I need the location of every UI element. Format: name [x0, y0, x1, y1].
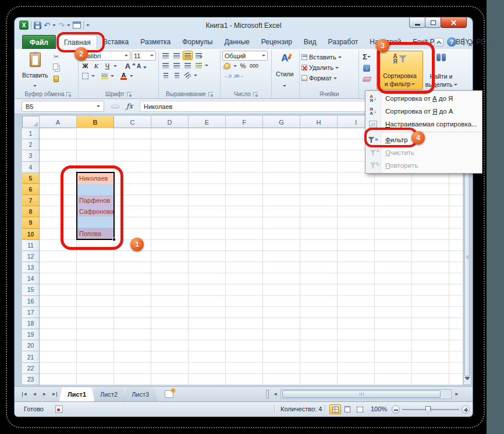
macro-record-icon[interactable]: [55, 405, 63, 413]
save-icon[interactable]: [34, 22, 41, 29]
next-sheet-button[interactable]: ►: [40, 389, 49, 399]
scroll-left-icon[interactable]: ◄: [271, 389, 279, 399]
column-header[interactable]: H: [300, 116, 338, 128]
fill-color-dropdown-icon[interactable]: [111, 75, 114, 79]
dialog-launcher-icon[interactable]: [253, 92, 258, 97]
row-header[interactable]: 17: [22, 307, 39, 318]
page-break-view-button[interactable]: [354, 404, 365, 414]
ribbon-tab[interactable]: Рецензир: [255, 35, 298, 49]
row-header[interactable]: 2: [22, 139, 39, 150]
ribbon-tab[interactable]: Данные: [218, 35, 255, 49]
decrease-decimal-button[interactable]: ,00→: [233, 71, 243, 80]
column-header[interactable]: C: [114, 116, 151, 128]
font-color-button[interactable]: А: [119, 71, 129, 80]
row-header[interactable]: 1: [22, 128, 39, 139]
fill-color-button[interactable]: [100, 71, 109, 80]
prev-sheet-button[interactable]: ◄: [30, 389, 39, 399]
row-header[interactable]: 5: [22, 173, 39, 184]
cut-button[interactable]: ✂: [51, 52, 62, 62]
sheet-tab-list1[interactable]: Лист1: [59, 387, 95, 402]
redo-icon[interactable]: ↷: [58, 22, 65, 29]
comma-style-button[interactable]: 000: [249, 61, 259, 70]
help-button[interactable]: ?: [447, 37, 456, 47]
bold-button[interactable]: Ж: [80, 61, 90, 70]
name-box-dropdown-icon[interactable]: [97, 105, 100, 109]
dialog-launcher-icon[interactable]: [127, 92, 132, 97]
column-header[interactable]: B: [77, 116, 114, 128]
shrink-font-button[interactable]: А: [134, 61, 144, 70]
row-header[interactable]: 7: [22, 195, 39, 206]
underline-button[interactable]: Ч: [102, 61, 112, 70]
ribbon-tab[interactable]: Вставка: [97, 35, 135, 49]
styles-dropdown-icon[interactable]: [283, 85, 286, 89]
cell-b10[interactable]: Попова: [77, 228, 113, 239]
zoom-level[interactable]: 100%: [371, 405, 387, 412]
percent-style-button[interactable]: %: [238, 61, 248, 70]
autosum-button[interactable]: Σ: [361, 52, 372, 62]
orientation-dropdown-icon[interactable]: [194, 75, 197, 78]
row-header[interactable]: 13: [22, 262, 39, 273]
accounting-dropdown-icon[interactable]: [233, 65, 237, 69]
ribbon-tab[interactable]: Разработ: [322, 35, 364, 49]
delete-cells-button[interactable]: Удалить: [301, 62, 357, 73]
ribbon-tab[interactable]: Разметка: [134, 35, 176, 49]
insert-worksheet-button[interactable]: [165, 390, 173, 398]
insert-cells-button[interactable]: Вставить: [301, 52, 357, 62]
row-header[interactable]: 6: [22, 184, 39, 195]
underline-dropdown-icon[interactable]: [113, 65, 117, 69]
row-header[interactable]: 9: [22, 217, 39, 228]
zoom-slider[interactable]: [402, 409, 459, 410]
row-header[interactable]: 8: [22, 206, 39, 217]
quick-print-icon[interactable]: [73, 22, 81, 29]
italic-button[interactable]: К: [91, 61, 101, 70]
styles-button[interactable]: А Стили: [274, 51, 296, 90]
cell-b6[interactable]: [77, 184, 113, 195]
row-header[interactable]: 19: [22, 329, 39, 340]
accounting-format-button[interactable]: [222, 61, 232, 70]
menu-item-sort-az[interactable]: АЯ↓ Сортировка от А до Я: [365, 92, 482, 105]
align-middle-button[interactable]: [172, 51, 182, 60]
last-sheet-button[interactable]: ►: [50, 389, 59, 399]
merge-center-button[interactable]: [194, 61, 204, 70]
dialog-launcher-icon[interactable]: [66, 92, 71, 97]
fill-button[interactable]: ↓: [361, 63, 372, 73]
row-header[interactable]: 14: [22, 273, 39, 284]
formula-bar-splitter[interactable]: [111, 105, 119, 108]
row-header[interactable]: 15: [22, 284, 39, 295]
align-left-button[interactable]: [161, 61, 171, 70]
row-header[interactable]: 23: [22, 374, 39, 385]
paste-dropdown-icon[interactable]: [33, 85, 37, 89]
zoom-in-button[interactable]: [462, 405, 470, 414]
page-layout-view-button[interactable]: [342, 404, 353, 414]
merge-dropdown-icon[interactable]: [205, 65, 208, 68]
horizontal-scrollbar[interactable]: [281, 389, 452, 399]
number-format-combo[interactable]: Общий: [222, 51, 268, 61]
find-select-button[interactable]: Найти и выделить: [425, 51, 457, 90]
dialog-launcher-icon[interactable]: [208, 92, 213, 97]
orientation-button[interactable]: [183, 70, 193, 80]
row-header[interactable]: 21: [22, 351, 39, 362]
zoom-out-button[interactable]: [392, 405, 400, 414]
font-color-dropdown-icon[interactable]: [130, 75, 133, 79]
format-cells-button[interactable]: Формат: [301, 73, 357, 83]
tab-file[interactable]: Файл: [22, 35, 56, 49]
row-header[interactable]: 16: [22, 296, 39, 307]
column-header[interactable]: G: [263, 116, 300, 128]
increase-decimal-button[interactable]: ←,0: [222, 71, 232, 80]
select-all-corner[interactable]: [22, 116, 40, 128]
font-size-combo[interactable]: 11: [132, 51, 156, 61]
align-center-button[interactable]: [172, 61, 182, 70]
borders-dropdown-icon[interactable]: [91, 75, 95, 79]
insert-function-button[interactable]: ƒx: [126, 102, 133, 110]
column-header[interactable]: D: [151, 116, 189, 128]
cell-b8[interactable]: Сафронова: [77, 206, 113, 217]
row-header[interactable]: 20: [22, 340, 39, 351]
align-right-button[interactable]: [183, 61, 193, 70]
cell-b7[interactable]: Парфенов: [77, 195, 113, 206]
clear-button[interactable]: [361, 74, 372, 84]
close-button[interactable]: [441, 17, 467, 28]
tab-scrollbar-splitter[interactable]: [266, 390, 269, 398]
redo-dropdown-icon[interactable]: [67, 24, 70, 28]
align-top-button[interactable]: [161, 51, 171, 60]
name-box[interactable]: B5: [22, 101, 104, 112]
